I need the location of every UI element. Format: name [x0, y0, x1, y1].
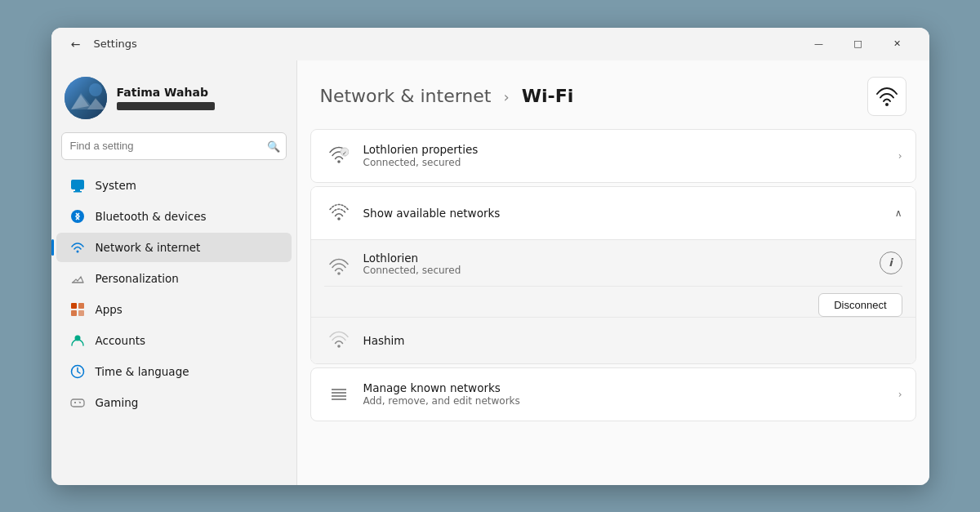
svg-point-27: [337, 272, 341, 275]
chevron-up-icon: ∧: [895, 207, 902, 219]
lothlorien-network-subtitle: Connected, secured: [363, 265, 880, 276]
lothlorien-network-row[interactable]: Lothlorien Connected, secured i: [324, 243, 902, 287]
sidebar: Fatima Wahab 🔍 System: [51, 60, 296, 485]
manage-networks-title: Manage known networks: [363, 381, 898, 394]
breadcrumb: Network & internet › Wi-Fi: [320, 86, 574, 106]
sidebar-item-bluetooth-label: Bluetooth & devices: [96, 210, 207, 223]
svg-rect-14: [78, 310, 84, 316]
disconnect-button[interactable]: Disconnect: [818, 293, 902, 317]
svg-point-23: [337, 160, 341, 163]
show-networks-title: Show available networks: [363, 207, 895, 220]
svg-text:✓: ✓: [342, 149, 347, 155]
sidebar-item-apps-label: Apps: [96, 303, 122, 316]
search-box: 🔍: [61, 132, 287, 160]
search-input[interactable]: [61, 132, 287, 160]
sidebar-item-time[interactable]: Time & language: [56, 357, 292, 386]
svg-point-22: [885, 103, 889, 106]
page-header: Network & internet › Wi-Fi: [297, 60, 929, 129]
titlebar: ← Settings — □ ✕: [51, 28, 929, 60]
show-networks-icon: [324, 198, 354, 228]
networks-expanded-area: Lothlorien Connected, secured i Disconne…: [311, 240, 915, 363]
main-content: Fatima Wahab 🔍 System: [51, 60, 929, 485]
lothlorien-network-content: Lothlorien Connected, secured: [363, 252, 880, 276]
user-name: Fatima Wahab: [117, 86, 215, 99]
svg-rect-13: [71, 310, 77, 316]
manage-networks-row[interactable]: Manage known networks Add, remove, and e…: [311, 368, 915, 421]
user-info: Fatima Wahab: [117, 86, 215, 110]
personalization-icon: [69, 270, 86, 287]
hashim-network-content: Hashim: [363, 334, 405, 347]
svg-rect-17: [71, 399, 84, 407]
svg-rect-7: [74, 191, 82, 193]
svg-rect-11: [71, 303, 77, 309]
svg-point-21: [78, 401, 79, 402]
accounts-icon: [69, 332, 86, 349]
lothlorien-info-button[interactable]: i: [880, 252, 902, 274]
sidebar-item-apps[interactable]: Apps: [56, 295, 292, 324]
gaming-icon: [69, 394, 86, 411]
apps-icon: [69, 301, 86, 318]
svg-point-28: [337, 345, 341, 348]
sidebar-item-gaming-label: Gaming: [96, 396, 139, 409]
manage-networks-subtitle: Add, remove, and edit networks: [363, 395, 898, 407]
chevron-right-icon-manage: ›: [898, 389, 902, 400]
svg-rect-6: [75, 189, 80, 191]
sidebar-item-personalization[interactable]: Personalization: [56, 264, 292, 293]
breadcrumb-current: Wi-Fi: [522, 86, 574, 106]
svg-rect-12: [78, 303, 84, 309]
manage-networks-content: Manage known networks Add, remove, and e…: [363, 381, 898, 407]
sidebar-item-gaming[interactable]: Gaming: [56, 388, 292, 417]
manage-networks-card: Manage known networks Add, remove, and e…: [310, 367, 916, 421]
header-wifi-icon: [867, 77, 906, 116]
settings-list: ✓ Lothlorien properties Connected, secur…: [297, 129, 929, 425]
sidebar-item-personalization-label: Personalization: [96, 272, 179, 285]
sidebar-item-network[interactable]: Network & internet: [56, 233, 292, 262]
maximize-button[interactable]: □: [840, 32, 877, 56]
breadcrumb-separator: ›: [503, 88, 509, 105]
network-icon: [69, 239, 86, 256]
system-icon: [69, 177, 86, 194]
back-button[interactable]: ←: [65, 33, 87, 56]
chevron-right-icon: ›: [898, 150, 902, 162]
disconnect-row: Disconnect: [324, 293, 902, 317]
breadcrumb-parent: Network & internet: [320, 86, 492, 106]
lothlorien-network-title: Lothlorien: [363, 252, 880, 265]
svg-point-26: [337, 217, 341, 220]
sidebar-item-bluetooth[interactable]: Bluetooth & devices: [56, 202, 292, 231]
show-networks-header-row[interactable]: Show available networks ∧: [311, 187, 915, 240]
time-icon: [69, 363, 86, 380]
manage-networks-action: ›: [898, 389, 902, 400]
show-networks-card: Show available networks ∧: [310, 186, 916, 364]
lothlorien-properties-action: ›: [898, 150, 902, 162]
svg-point-8: [71, 210, 84, 223]
sidebar-item-system-label: System: [96, 179, 136, 192]
window-title: Settings: [94, 38, 800, 50]
hashim-network-row[interactable]: Hashim: [311, 317, 915, 363]
lothlorien-properties-subtitle: Connected, secured: [363, 157, 898, 168]
lothlorien-network-row-wrapper: Lothlorien Connected, secured i Disconne…: [311, 240, 915, 317]
lothlorien-properties-title: Lothlorien properties: [363, 143, 898, 156]
sidebar-item-accounts-label: Accounts: [96, 334, 146, 347]
lothlorien-network-icon: [324, 253, 354, 283]
svg-point-9: [76, 250, 78, 252]
avatar: [65, 77, 107, 119]
manage-networks-icon: [324, 380, 354, 409]
minimize-button[interactable]: —: [800, 32, 838, 56]
user-email: [117, 102, 215, 110]
settings-window: ← Settings — □ ✕: [51, 28, 929, 485]
window-controls: — □ ✕: [800, 32, 916, 56]
user-profile: Fatima Wahab: [51, 70, 296, 132]
sidebar-item-network-label: Network & internet: [96, 241, 201, 254]
close-button[interactable]: ✕: [879, 32, 916, 56]
lothlorien-properties-card: ✓ Lothlorien properties Connected, secur…: [310, 129, 916, 183]
main-panel: Network & internet › Wi-Fi: [296, 60, 929, 485]
hashim-network-title: Hashim: [363, 334, 405, 347]
lothlorien-properties-row[interactable]: ✓ Lothlorien properties Connected, secur…: [311, 130, 915, 182]
hashim-network-icon: [324, 326, 354, 355]
svg-rect-5: [71, 180, 84, 189]
sidebar-item-accounts[interactable]: Accounts: [56, 326, 292, 355]
svg-point-4: [89, 83, 102, 96]
sidebar-item-system[interactable]: System: [56, 171, 292, 200]
wifi-properties-icon: ✓: [324, 141, 354, 171]
lothlorien-properties-content: Lothlorien properties Connected, secured: [363, 143, 898, 168]
